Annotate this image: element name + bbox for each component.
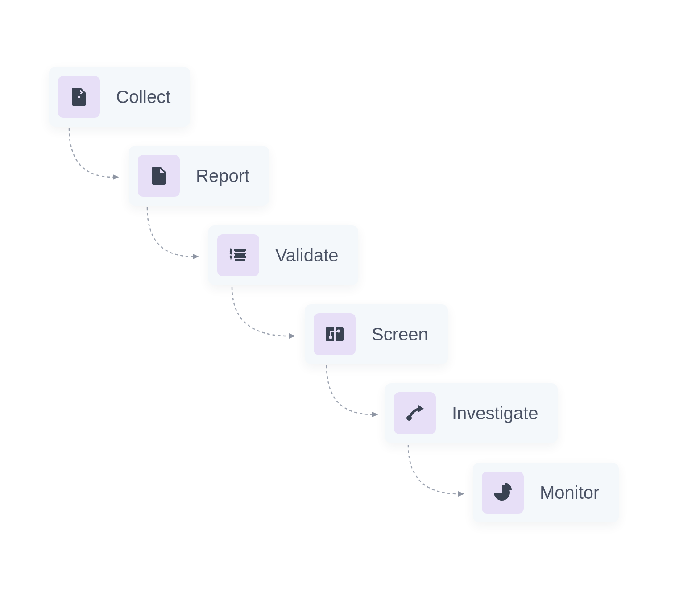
connector-3 [223,285,300,347]
step-label: Validate [275,245,339,265]
svg-marker-4 [458,491,464,497]
workflow-diagram: Collect Report 12 Validate Screen Invest… [0,0,700,609]
connector-1 [60,126,123,188]
svg-marker-3 [372,412,378,417]
step-report: Report [129,146,269,206]
svg-marker-1 [193,254,199,259]
step-label: Investigate [452,403,538,423]
svg-marker-2 [289,333,295,339]
circuit-icon [314,313,356,355]
svg-marker-0 [113,174,119,180]
step-collect: Collect [49,67,190,127]
svg-marker-11 [418,405,424,412]
step-screen: Screen [305,304,448,364]
step-label: Report [196,166,249,186]
step-label: Collect [116,87,170,107]
connector-5 [399,443,468,505]
list-ordered-icon: 12 [217,234,259,276]
step-validate: 12 Validate [208,225,358,285]
arrow-path-icon [394,392,436,434]
pie-chart-icon [482,472,524,514]
connector-4 [318,363,382,426]
svg-rect-9 [334,327,336,341]
step-monitor: Monitor [473,463,619,522]
connector-2 [138,205,203,268]
step-label: Monitor [540,483,599,503]
step-investigate: Investigate [385,383,558,443]
file-upload-icon [58,76,100,118]
file-icon [138,155,180,197]
step-label: Screen [372,324,428,344]
